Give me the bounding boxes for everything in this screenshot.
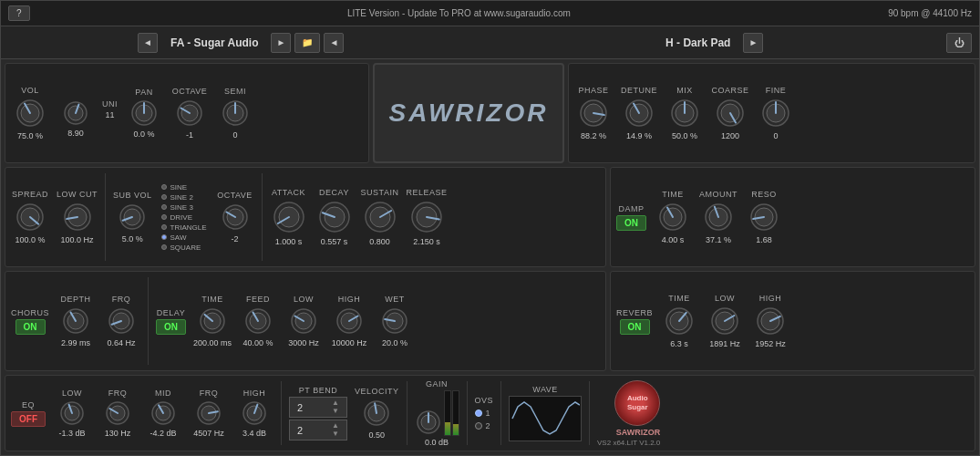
vol-knob[interactable] <box>14 97 46 130</box>
osc-drive[interactable]: DRIVE <box>161 213 207 222</box>
power-button[interactable]: ⏻ <box>946 33 972 53</box>
saw-dot[interactable] <box>161 234 167 240</box>
pan-knob[interactable] <box>129 98 159 128</box>
octave-knob[interactable] <box>174 98 205 129</box>
osc-square[interactable]: SQUARE <box>161 244 207 252</box>
sine3-dot[interactable] <box>161 204 167 210</box>
delay-low-value: 3000 Hz <box>288 338 319 347</box>
rev-time-knob[interactable] <box>663 305 696 337</box>
sine2-dot[interactable] <box>161 194 167 200</box>
subvol-value: 5.0 % <box>122 234 143 244</box>
rev-low-group: LOW 1891 Hz <box>706 294 744 348</box>
next-preset-button[interactable]: ► <box>743 33 763 53</box>
ptbend-up1[interactable]: ▲ <box>332 399 339 407</box>
mix-group: MIX 50.0 % <box>665 86 704 140</box>
phase-knob[interactable] <box>577 97 610 130</box>
level-meters <box>444 390 459 436</box>
release-value: 2.150 s <box>413 237 440 246</box>
sub-octave-knob[interactable] <box>220 202 251 233</box>
ptbend-arrows2[interactable]: ▲ ▼ <box>332 422 339 438</box>
depth-knob[interactable] <box>60 306 91 337</box>
coarse-knob[interactable] <box>714 97 747 130</box>
delay-label: DELAY <box>157 308 185 317</box>
delay-high-knob[interactable] <box>334 306 365 337</box>
feed-knob[interactable] <box>242 306 273 337</box>
amount-knob[interactable] <box>702 201 735 233</box>
prev-bank-2-button[interactable]: ◄ <box>324 33 344 53</box>
ptbend-box1[interactable]: 2 ▲ ▼ <box>289 397 347 418</box>
eq-high-knob[interactable] <box>241 399 268 427</box>
osc-triangle[interactable]: TRIANGLE <box>161 223 207 232</box>
delay-group: DELAY ON <box>156 308 186 335</box>
feed-value: 40.00 % <box>243 338 273 347</box>
ptbend-arrows1[interactable]: ▲ ▼ <box>332 399 339 415</box>
ptbend-box2[interactable]: 2 ▲ ▼ <box>289 420 347 440</box>
osc-saw[interactable]: SAW <box>161 233 207 242</box>
reso-knob[interactable] <box>748 201 780 233</box>
release-knob[interactable] <box>408 199 445 235</box>
vol-value: 75.0 % <box>17 131 43 140</box>
ovs-1-row[interactable]: 1 <box>475 409 491 418</box>
logo-area: AudioSugar SAWRIZOR VS2 x64.LIT V1.2.0 <box>597 380 660 447</box>
detune-knob[interactable] <box>623 97 655 130</box>
sustain-knob[interactable] <box>362 199 398 235</box>
row2-left-panel: SPREAD 100.0 % LOW CUT 100.0 H <box>5 167 606 267</box>
chorus-frq-knob[interactable] <box>106 306 137 337</box>
drive-label: DRIVE <box>170 213 192 222</box>
lowcut-knob[interactable] <box>61 201 94 233</box>
osc-sine[interactable]: SINE <box>161 183 207 192</box>
sine-dot[interactable] <box>161 184 167 190</box>
velocity-knob[interactable] <box>361 398 392 429</box>
spread-knob[interactable] <box>14 201 46 233</box>
subvol-knob[interactable] <box>117 202 148 233</box>
delay-low-knob[interactable] <box>288 306 319 337</box>
eq-low-frq-knob[interactable] <box>104 399 131 427</box>
ptbend-down1[interactable]: ▼ <box>332 408 339 415</box>
eq-low-knob[interactable] <box>58 399 86 427</box>
eq-label: EQ <box>22 400 35 409</box>
ovs-2-radio[interactable] <box>475 422 482 430</box>
help-button[interactable]: ? <box>8 5 30 21</box>
triangle-dot[interactable] <box>161 224 167 230</box>
next-bank-button[interactable]: ► <box>271 33 291 53</box>
rev-high-group: HIGH 1952 Hz <box>751 294 789 348</box>
row1: VOL 75.0 % X 8.90 <box>5 63 975 163</box>
wet-knob[interactable] <box>379 306 410 337</box>
folder-button[interactable]: 📁 <box>294 33 320 53</box>
row2: SPREAD 100.0 % LOW CUT 100.0 H <box>5 167 975 267</box>
square-dot[interactable] <box>161 244 167 250</box>
reverb-button[interactable]: ON <box>620 319 650 335</box>
decay-knob[interactable] <box>316 199 353 235</box>
osc-sine3[interactable]: SINE 3 <box>161 203 207 212</box>
reso-value: 1.68 <box>756 235 772 244</box>
sine2-label: SINE 2 <box>170 193 193 202</box>
coarse-label: COARSE <box>711 86 748 95</box>
semi-knob[interactable] <box>220 98 251 129</box>
mix-knob[interactable] <box>668 97 701 130</box>
ovs-1-radio[interactable] <box>475 409 482 417</box>
delay-time-knob[interactable] <box>197 306 228 337</box>
eq-mid-frq-knob[interactable] <box>195 399 222 427</box>
content-area: VOL 75.0 % X 8.90 <box>1 59 979 455</box>
rev-high-knob[interactable] <box>754 305 787 337</box>
ovs-2-row[interactable]: 2 <box>475 421 491 430</box>
mix-value: 50.0 % <box>672 131 697 140</box>
chorus-button[interactable]: ON <box>15 319 46 335</box>
eq-button[interactable]: OFF <box>11 411 46 427</box>
damp-button[interactable]: ON <box>616 215 646 231</box>
attack-knob[interactable] <box>271 199 307 235</box>
filter-time-knob[interactable] <box>656 201 689 233</box>
chorus-frq-group: FRQ 0.64 Hz <box>102 295 140 347</box>
prev-bank-button[interactable]: ◄ <box>138 33 158 53</box>
gain-knob[interactable] <box>415 409 442 436</box>
osc-sine2[interactable]: SINE 2 <box>161 193 207 202</box>
divider7 <box>500 381 501 445</box>
uni-knob[interactable] <box>62 99 89 127</box>
fine-knob[interactable] <box>759 97 792 130</box>
rev-low-knob[interactable] <box>708 305 741 337</box>
eq-mid-knob[interactable] <box>150 399 177 427</box>
delay-button[interactable]: ON <box>156 319 186 335</box>
drive-dot[interactable] <box>161 214 167 220</box>
ptbend-down2[interactable]: ▼ <box>332 430 339 438</box>
ptbend-up2[interactable]: ▲ <box>332 422 339 430</box>
